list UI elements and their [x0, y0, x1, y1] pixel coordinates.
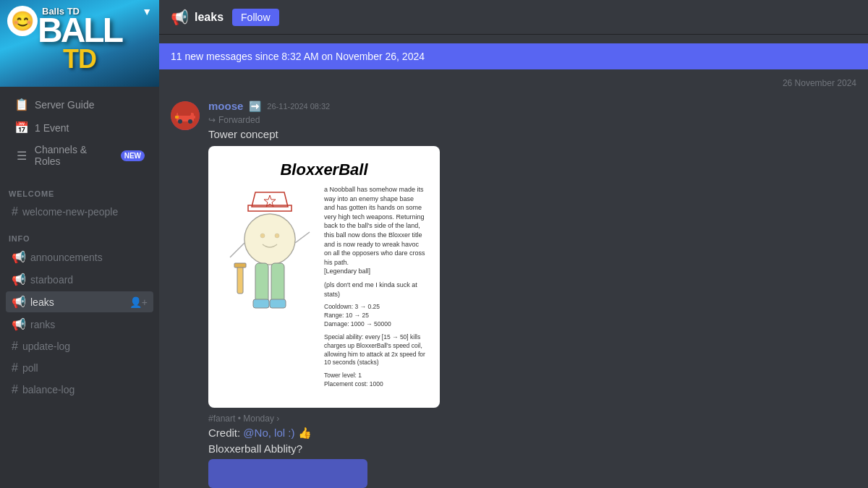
message-text: Tower concept [208, 128, 856, 140]
smiley-icon: 😊 [7, 6, 38, 36]
avatar-image [171, 101, 200, 130]
server-dropdown-icon[interactable]: ▼ [142, 6, 152, 17]
nav-label-channels-roles: Channels & Roles [35, 144, 115, 167]
date-divider: 26 November 2024 [159, 75, 868, 91]
channel-label-update-log: update-log [22, 341, 70, 352]
svg-rect-20 [237, 265, 243, 294]
nav-item-event[interactable]: 📅 1 Event [6, 116, 153, 139]
ranks-icon: 📢 [12, 317, 26, 331]
image-preview-box[interactable] [208, 459, 367, 488]
forward-source-text: #fanart • Monday › [208, 414, 279, 424]
channel-label-ranks: ranks [30, 319, 55, 330]
credit-mention[interactable]: @No, lol :) [243, 427, 294, 439]
svg-point-3 [178, 119, 182, 124]
channel-header-icon: 📢 [171, 9, 189, 26]
channel-header-name: leaks [195, 11, 224, 24]
add-member-icon[interactable]: 👤+ [129, 296, 148, 308]
date-divider-text: 26 November 2024 [783, 78, 856, 88]
message-header: moose ➡️ 26-11-2024 08:32 [208, 100, 856, 112]
server-title: Balls TD [42, 6, 80, 17]
nav-label-server-guide: Server Guide [35, 99, 94, 111]
notification-text: 11 new messages since 8:32 AM on Novembe… [171, 51, 425, 62]
channel-balance-log[interactable]: # balance-log [6, 380, 153, 400]
svg-rect-17 [271, 263, 284, 303]
svg-rect-18 [253, 299, 269, 308]
channel-hash-icon: # [12, 205, 18, 218]
message-body: moose ➡️ 26-11-2024 08:32 ↪ Forwarded To… [208, 100, 856, 488]
balance-log-icon: # [12, 383, 18, 396]
server-logo: BALL TD 😊 Balls TD ▼ [0, 0, 159, 87]
server-name-td: TD [63, 46, 96, 72]
svg-rect-8 [248, 205, 292, 211]
forward-source[interactable]: #fanart • Monday › [208, 414, 856, 424]
section-welcome: WELCOME [0, 178, 159, 201]
message-question: Bloxxerball Abblity? [208, 442, 856, 455]
username-arrow-icon: ➡️ [249, 100, 261, 112]
channel-label-starboard: starboard [30, 274, 73, 286]
credit-emoji: 👍 [298, 427, 312, 439]
messages-area[interactable]: 11 new messages since 8:32 AM on Novembe… [159, 35, 868, 488]
message-group: moose ➡️ 26-11-2024 08:32 ↪ Forwarded To… [159, 97, 868, 488]
message-credit: Credit: @No, lol :) 👍 [208, 427, 856, 440]
server-guide-icon: 📋 [14, 98, 29, 111]
svg-rect-16 [255, 263, 268, 303]
forward-arrow-icon: ↪ [208, 115, 216, 125]
nav-item-channels-roles[interactable]: ☰ Channels & Roles NEW [6, 140, 153, 171]
section-info: INFO [0, 223, 159, 246]
forwarded-text: Forwarded [218, 115, 260, 125]
starboard-icon: 📢 [12, 273, 26, 286]
svg-line-15 [295, 232, 310, 243]
leaks-icon: 📢 [12, 295, 26, 309]
event-icon: 📅 [14, 121, 29, 134]
channels-roles-icon: ☰ [14, 149, 29, 163]
main-content: 📢 leaks Follow 11 new messages since 8:3… [159, 0, 868, 488]
svg-rect-21 [234, 263, 246, 267]
svg-rect-2 [178, 110, 191, 116]
channel-header: 📢 leaks Follow [159, 0, 868, 35]
channel-label-poll: poll [22, 362, 38, 374]
channel-announcements[interactable]: 📢 announcements [6, 247, 153, 267]
notification-bar[interactable]: 11 new messages since 8:32 AM on Novembe… [159, 43, 868, 69]
server-name-ball: BALL [38, 14, 122, 46]
message-timestamp: 26-11-2024 08:32 [267, 102, 330, 111]
server-header[interactable]: BALL TD 😊 Balls TD ▼ [0, 0, 159, 87]
channel-label-announcements: announcements [30, 252, 103, 263]
nav-items: 📋 Server Guide 📅 1 Event ☰ Channels & Ro… [0, 87, 159, 178]
svg-rect-19 [270, 299, 286, 308]
channel-welcome-new-people[interactable]: # welcome-new-people [6, 202, 153, 222]
svg-rect-5 [175, 116, 179, 119]
credit-label: Credit: [208, 427, 243, 439]
channel-label-leaks: leaks [30, 296, 54, 308]
update-log-icon: # [12, 340, 18, 353]
card-body: a Noobball has somehow made its way into… [223, 185, 425, 393]
announcements-icon: 📢 [12, 250, 26, 264]
nav-item-server-guide[interactable]: 📋 Server Guide [6, 93, 153, 116]
image-card: BloxxerBall [208, 146, 440, 408]
card-text: a Noobball has somehow made its way into… [324, 185, 425, 393]
svg-point-13 [244, 214, 295, 265]
left-panel: BALL TD 😊 Balls TD ▼ 📋 Server Guide 📅 1 … [0, 0, 159, 488]
svg-point-4 [188, 119, 192, 124]
channel-starboard[interactable]: 📢 starboard [6, 269, 153, 290]
channel-ranks[interactable]: 📢 ranks [6, 314, 153, 335]
channel-label-welcome: welcome-new-people [22, 206, 118, 218]
follow-button[interactable]: Follow [232, 9, 278, 26]
poll-icon: # [12, 361, 18, 374]
channel-leaks[interactable]: 📢 leaks 👤+ [6, 291, 153, 312]
username: moose [208, 100, 243, 112]
svg-rect-6 [192, 116, 195, 119]
channels-roles-badge: NEW [121, 150, 145, 161]
forwarded-label: ↪ Forwarded [208, 115, 856, 125]
avatar [171, 101, 200, 130]
channel-label-balance-log: balance-log [22, 384, 75, 395]
nav-label-event: 1 Event [35, 122, 69, 134]
card-title: BloxxerBall [223, 160, 425, 179]
channel-poll[interactable]: # poll [6, 358, 153, 378]
svg-line-14 [230, 243, 244, 257]
channel-update-log[interactable]: # update-log [6, 336, 153, 356]
sketch-area [223, 185, 317, 393]
